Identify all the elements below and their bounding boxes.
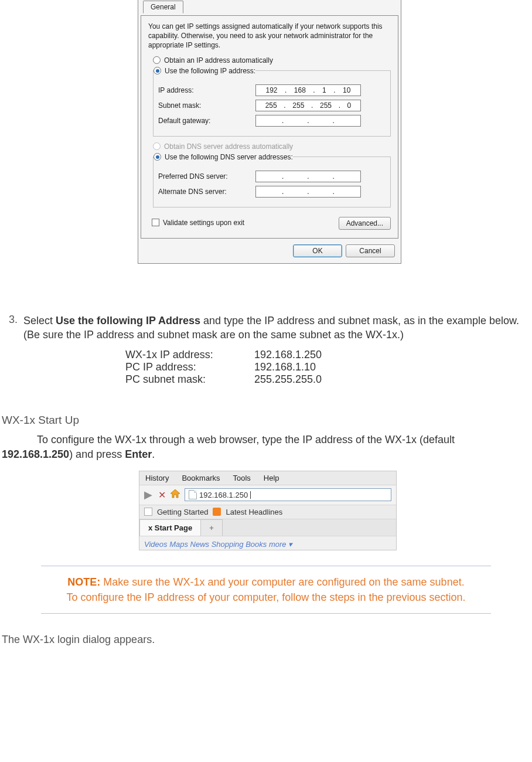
radio-icon [153, 142, 161, 150]
dns-group: Use the following DNS server addresses: … [153, 153, 391, 207]
cancel-button[interactable]: Cancel [346, 244, 395, 257]
table-row: WX-1x IP address:192.168.1.250 [125, 349, 532, 361]
tab-new[interactable]: + [201, 519, 223, 536]
home-icon[interactable] [169, 488, 181, 502]
alternate-dns-label: Alternate DNS server: [156, 188, 250, 196]
closing-text: The WX-1x login dialog appears. [2, 634, 532, 646]
tab-general[interactable]: General [143, 1, 183, 13]
note-line1: Make sure the WX-1x and your computer ar… [100, 576, 464, 588]
subnet-mask-input[interactable]: 255. 255. 255. 0 [255, 100, 361, 111]
radio-obtain-dns: Obtain DNS server address automatically [153, 142, 391, 151]
radio-dot-icon [156, 155, 159, 159]
preferred-dns-input[interactable]: . . . [255, 171, 361, 182]
page-links: Videos Maps News Shopping Books more ▾ [139, 536, 396, 550]
table-row: PC IP address:192.168.1.10 [125, 361, 532, 373]
validate-checkbox[interactable]: Validate settings upon exit [152, 219, 244, 227]
tab-start-page[interactable]: x Start Page [139, 519, 201, 536]
menu-bookmarks[interactable]: Bookmarks [182, 474, 220, 482]
checkbox-label: Validate settings upon exit [163, 219, 244, 227]
advanced-button[interactable]: Advanced... [339, 217, 391, 230]
ip-settings-dialog-screenshot: General You can get IP settings assigned… [138, 0, 532, 264]
address-bar[interactable]: 192.168.1.250 [185, 488, 391, 501]
note-line2: To configure the IP address of your comp… [66, 591, 465, 603]
note-label: NOTE: [67, 576, 100, 588]
page-icon [189, 490, 197, 499]
ip-address-label: IP address: [156, 86, 250, 94]
heading-startup: WX-1x Start Up [2, 414, 532, 427]
bookmark-icon [144, 508, 152, 516]
step-3: 3. Select Use the following IP Address a… [0, 314, 532, 342]
rss-icon [213, 508, 221, 516]
radio-obtain-ip[interactable]: Obtain an IP address automatically [153, 56, 391, 64]
radio-use-ip[interactable] [154, 67, 161, 74]
step-text: Select Use the following IP Address and … [23, 314, 526, 342]
step-number: 3. [6, 314, 23, 342]
radio-label: Obtain DNS server address automatically [164, 142, 293, 151]
alternate-dns-input[interactable]: . . . [255, 186, 361, 198]
menu-history[interactable]: History [145, 474, 169, 482]
checkbox-icon [152, 219, 159, 226]
example-address-table: WX-1x IP address:192.168.1.250 PC IP add… [125, 349, 532, 386]
radio-label: Use the following IP address: [165, 67, 255, 75]
forward-icon[interactable]: ▶ [144, 488, 155, 501]
url-text: 192.168.1.250 [199, 491, 248, 499]
preferred-dns-label: Preferred DNS server: [156, 172, 250, 181]
table-row: PC subnet mask:255.255.255.0 [125, 373, 532, 386]
startup-paragraph: To configure the WX-1x through a web bro… [2, 433, 526, 462]
dialog-intro-text: You can get IP settings assigned automat… [148, 22, 391, 50]
browser-screenshot: History Bookmarks Tools Help ▶ ✕ 192.168… [139, 471, 532, 550]
divider [41, 613, 491, 614]
ip-address-input[interactable]: 192. 168. 1. 10 [255, 84, 361, 96]
default-gateway-input[interactable]: . . . [255, 115, 361, 127]
browser-toolbar: ▶ ✕ 192.168.1.250 [139, 485, 396, 505]
menu-help[interactable]: Help [264, 474, 279, 482]
radio-label: Obtain an IP address automatically [164, 56, 273, 64]
stop-icon[interactable]: ✕ [158, 489, 166, 501]
ok-button[interactable]: OK [293, 244, 342, 257]
radio-label: Use the following DNS server addresses: [165, 153, 293, 161]
radio-dot-icon [156, 69, 159, 73]
browser-tabs: x Start Page + [139, 519, 396, 536]
bookmark-latest-headlines[interactable]: Latest Headlines [226, 508, 282, 516]
bookmark-toolbar: Getting Started Latest Headlines [139, 505, 396, 519]
browser-menu-bar: History Bookmarks Tools Help [139, 471, 396, 485]
subnet-mask-label: Subnet mask: [156, 101, 250, 110]
bookmark-getting-started[interactable]: Getting Started [157, 508, 208, 516]
ip-address-group: Use the following IP address: IP address… [153, 67, 391, 137]
radio-icon [153, 56, 161, 64]
default-gateway-label: Default gateway: [156, 117, 250, 125]
menu-tools[interactable]: Tools [233, 474, 250, 482]
radio-use-dns[interactable] [154, 153, 161, 161]
note-box: NOTE: Make sure the WX-1x and your compu… [41, 566, 491, 614]
